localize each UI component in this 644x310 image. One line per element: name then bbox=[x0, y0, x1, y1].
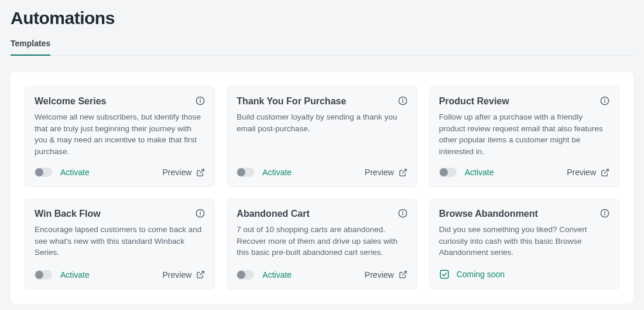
template-card: Thank You For Purchase Build customer lo… bbox=[227, 86, 417, 187]
template-description: Welcome all new subscribers, but identif… bbox=[35, 111, 205, 157]
info-icon[interactable] bbox=[398, 209, 407, 218]
svg-point-18 bbox=[402, 212, 403, 212]
template-description: Did you see something you liked? Convert… bbox=[439, 224, 609, 258]
external-link-icon bbox=[196, 168, 205, 177]
preview-label: Preview bbox=[365, 168, 394, 177]
template-description: Build customer loyalty by sending a than… bbox=[237, 111, 407, 157]
preview-label: Preview bbox=[365, 270, 394, 280]
toggle-switch[interactable] bbox=[35, 270, 52, 280]
svg-line-3 bbox=[200, 169, 204, 173]
external-link-icon bbox=[399, 270, 407, 279]
template-card: Welcome Series Welcome all new subscribe… bbox=[25, 86, 215, 187]
preview-label: Preview bbox=[163, 168, 192, 177]
template-card: Product Review Follow up after a purchas… bbox=[429, 86, 619, 187]
template-description: Encourage lapsed customers to come back … bbox=[35, 224, 205, 260]
activate-link[interactable]: Activate bbox=[465, 168, 494, 177]
info-icon[interactable] bbox=[600, 209, 609, 218]
external-link-icon bbox=[399, 168, 407, 177]
preview-link[interactable]: Preview bbox=[163, 168, 205, 177]
toggle-switch[interactable] bbox=[35, 168, 52, 177]
preview-label: Preview bbox=[163, 270, 192, 280]
external-link-icon bbox=[601, 168, 609, 177]
preview-label: Preview bbox=[567, 168, 596, 177]
template-title: Thank You For Purchase bbox=[237, 96, 346, 107]
activate-link[interactable]: Activate bbox=[262, 168, 292, 177]
svg-line-11 bbox=[604, 169, 608, 173]
template-card: Browse Abandonment Did you see something… bbox=[429, 199, 619, 289]
template-grid: Welcome Series Welcome all new subscribe… bbox=[25, 86, 619, 289]
template-title: Win Back Flow bbox=[35, 209, 101, 219]
template-title: Abandoned Cart bbox=[237, 209, 309, 219]
svg-point-14 bbox=[200, 212, 201, 212]
template-title: Browse Abandonment bbox=[439, 209, 538, 219]
svg-line-19 bbox=[402, 271, 406, 275]
template-card: Abandoned Cart 7 out of 10 shopping cart… bbox=[227, 199, 417, 289]
template-title: Welcome Series bbox=[35, 96, 106, 107]
tabs: Templates bbox=[11, 39, 633, 56]
info-icon[interactable] bbox=[398, 96, 407, 105]
svg-point-6 bbox=[402, 98, 403, 99]
preview-link[interactable]: Preview bbox=[365, 270, 407, 280]
template-title: Product Review bbox=[439, 96, 509, 107]
info-icon[interactable] bbox=[196, 209, 205, 218]
page-title: Automations bbox=[11, 8, 633, 28]
svg-line-7 bbox=[402, 169, 406, 173]
toggle-switch[interactable] bbox=[237, 270, 254, 280]
templates-panel: Welcome Series Welcome all new subscribe… bbox=[11, 72, 633, 304]
tab-templates[interactable]: Templates bbox=[11, 39, 50, 55]
toggle-switch[interactable] bbox=[237, 168, 254, 177]
template-description: Follow up after a purchase with a friend… bbox=[439, 111, 609, 157]
activate-link[interactable]: Activate bbox=[60, 168, 90, 177]
info-icon[interactable] bbox=[600, 96, 609, 105]
toggle-switch[interactable] bbox=[439, 168, 457, 177]
svg-point-22 bbox=[605, 212, 605, 212]
template-card: Win Back Flow Encourage lapsed customers… bbox=[25, 199, 215, 289]
coming-soon-label: Coming soon bbox=[457, 270, 505, 279]
activate-link[interactable]: Activate bbox=[262, 270, 292, 280]
svg-rect-23 bbox=[440, 270, 448, 278]
svg-point-10 bbox=[605, 98, 605, 99]
info-icon[interactable] bbox=[196, 96, 205, 105]
preview-link[interactable]: Preview bbox=[567, 168, 609, 177]
check-icon bbox=[439, 269, 450, 280]
external-link-icon bbox=[196, 270, 205, 279]
preview-link[interactable]: Preview bbox=[365, 168, 407, 177]
coming-soon-badge: Coming soon bbox=[439, 269, 505, 280]
svg-point-2 bbox=[200, 98, 201, 99]
activate-link[interactable]: Activate bbox=[60, 270, 90, 280]
svg-line-15 bbox=[200, 271, 204, 275]
template-description: 7 out of 10 shopping carts are abandoned… bbox=[237, 224, 407, 260]
preview-link[interactable]: Preview bbox=[163, 270, 205, 280]
